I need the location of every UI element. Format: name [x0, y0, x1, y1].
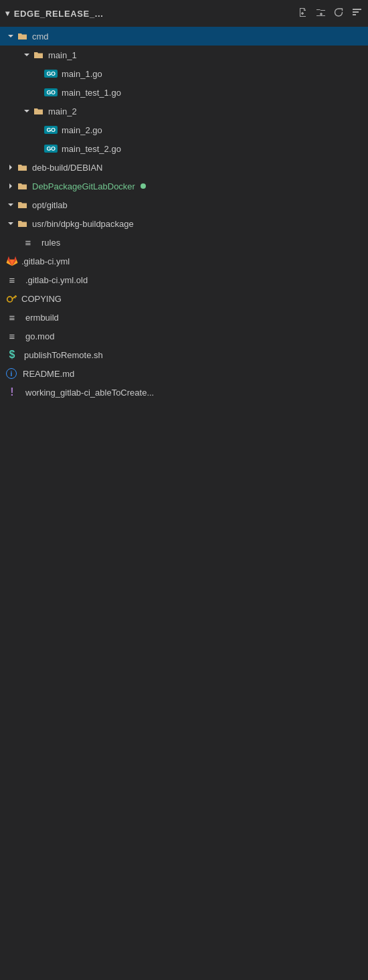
folder-icon — [16, 198, 29, 212]
item-label-debbuild: deb-build/DEBIAN — [32, 163, 103, 173]
tree-item-gitlabciold[interactable]: ≡ .gitlab-ci.yml.old — [0, 270, 368, 289]
item-label-publish: publishToRemote.sh — [24, 350, 103, 360]
folder-icon — [16, 179, 29, 193]
item-label-copying: COPYING — [21, 294, 62, 304]
item-label-main2go: main_2.go — [62, 125, 102, 135]
go-file-icon: GO — [43, 123, 59, 137]
root-title: EDGE_RELEASE_... — [14, 9, 104, 19]
tree-item-maintest2go[interactable]: GO main_test_2.go — [0, 139, 368, 158]
folder-icon — [32, 48, 45, 62]
item-label-gitlabci: .gitlab-ci.yml — [21, 256, 70, 266]
folder-icon — [16, 161, 29, 174]
rules-icon: ≡ — [21, 236, 35, 249]
item-label-workinggitlab: working_gitlab-ci_ableToCreate... — [25, 388, 154, 398]
item-label-cmd: cmd — [32, 31, 49, 42]
tree-item-main2[interactable]: main_2 — [0, 102, 368, 120]
item-label-debpackage: DebPackageGitLabDocker — [32, 181, 135, 191]
item-label-ermbuild: ermbuild — [25, 313, 59, 323]
refresh-icon[interactable] — [333, 7, 345, 21]
collapse-all-icon[interactable] — [351, 7, 363, 21]
tree-item-ermbuild[interactable]: ≡ ermbuild — [0, 308, 368, 327]
item-label-readme: README.md — [23, 369, 74, 379]
tree-item-gitlabci[interactable]: .gitlab-ci.yml — [0, 252, 368, 270]
item-label-optgitlab: opt/gitlab — [32, 200, 68, 210]
explorer-title: ▾ EDGE_RELEASE_... — [5, 9, 292, 19]
tree-item-main2go[interactable]: GO main_2.go — [0, 120, 368, 139]
tree-item-usrbin[interactable]: usr/bin/dpkg-buildpackage — [0, 214, 368, 233]
chevron-down-icon — [5, 199, 16, 210]
item-label-main2: main_2 — [48, 106, 77, 116]
root-chevron: ▾ — [5, 9, 10, 18]
tree-item-copying[interactable]: COPYING — [0, 289, 368, 308]
gitlab-icon — [5, 254, 19, 268]
tree-item-publish[interactable]: $ publishToRemote.sh — [0, 345, 368, 364]
chevron-down-icon — [21, 50, 32, 60]
tree-item-main1go[interactable]: GO main_1.go — [0, 64, 368, 83]
shell-icon: $ — [5, 348, 19, 361]
tree-item-debpackage[interactable]: DebPackageGitLabDocker — [0, 177, 368, 195]
warning-icon: ! — [5, 386, 19, 399]
tree-item-optgitlab[interactable]: opt/gitlab — [0, 195, 368, 214]
item-label-gomod: go.mod — [25, 331, 54, 341]
chevron-right-icon — [5, 162, 16, 173]
explorer-container: ▾ EDGE_RELEASE_... — [0, 0, 368, 980]
chevron-right-icon — [5, 181, 16, 191]
tree-item-readme[interactable]: i README.md — [0, 364, 368, 383]
folder-icon — [16, 29, 29, 43]
item-label-main1: main_1 — [48, 50, 77, 60]
tree-item-gomod[interactable]: ≡ go.mod — [0, 327, 368, 345]
chevron-down-icon — [21, 106, 32, 116]
folder-icon — [16, 217, 29, 230]
key-icon — [5, 292, 19, 305]
rules-icon: ≡ — [5, 273, 19, 287]
tree-item-workinggitlab[interactable]: ! working_gitlab-ci_ableToCreate... — [0, 383, 368, 402]
rules-icon: ≡ — [5, 329, 19, 343]
chevron-down-icon — [5, 218, 16, 229]
rules-icon: ≡ — [5, 311, 19, 324]
go-file-icon: GO — [43, 142, 59, 155]
tree-item-debbuild[interactable]: deb-build/DEBIAN — [0, 158, 368, 177]
item-label-maintest2go: main_test_2.go — [62, 144, 121, 154]
new-file-icon[interactable] — [297, 7, 308, 21]
explorer-header: ▾ EDGE_RELEASE_... — [0, 0, 368, 27]
item-label-rules: rules — [41, 238, 60, 248]
new-folder-icon[interactable] — [315, 7, 327, 21]
info-icon: i — [5, 368, 17, 380]
header-icons — [297, 7, 363, 21]
item-label-gitlabciold: .gitlab-ci.yml.old — [25, 275, 88, 285]
item-label-main1go: main_1.go — [62, 69, 102, 79]
folder-icon — [32, 104, 45, 118]
tree-item-cmd[interactable]: cmd — [0, 27, 368, 46]
tree-item-maintest1go[interactable]: GO main_test_1.go — [0, 83, 368, 102]
tree-item-main1[interactable]: main_1 — [0, 46, 368, 64]
item-label-usrbin: usr/bin/dpkg-buildpackage — [32, 219, 134, 229]
chevron-down-icon — [5, 31, 16, 42]
go-file-icon: GO — [43, 67, 59, 80]
tree-item-rules[interactable]: ≡ rules — [0, 233, 368, 252]
modified-indicator — [141, 183, 146, 189]
item-label-maintest1go: main_test_1.go — [62, 88, 121, 98]
go-file-icon: GO — [43, 86, 59, 99]
